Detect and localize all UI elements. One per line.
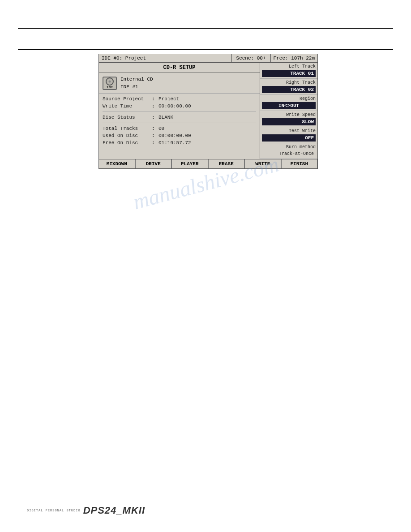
right-label-region: Region bbox=[262, 96, 316, 101]
top-bar: IDE #0: Project Scene: 00+ Free: 107h 22… bbox=[99, 54, 317, 63]
label-disc-status: Disc Status bbox=[103, 115, 152, 120]
btn-drive[interactable]: DRIVE bbox=[135, 159, 172, 168]
divider-1 bbox=[103, 112, 256, 112]
btn-finish[interactable]: FINISH bbox=[281, 159, 318, 168]
right-item-region[interactable]: Region IN<>OUT bbox=[260, 95, 317, 111]
panel-title: CD-R SETUP bbox=[99, 63, 260, 73]
value-source-project: Project bbox=[158, 96, 179, 102]
right-value-burn-method: Track-at-Once bbox=[262, 150, 316, 157]
header-middle: Scene: 00+ bbox=[232, 54, 271, 62]
right-label-burn-method: Burn method bbox=[262, 145, 316, 150]
header-left: IDE #0: Project bbox=[99, 54, 232, 62]
value-disc-status: BLANK bbox=[158, 115, 173, 120]
info-row-free-on-disc: Free On Disc : 01:19:57.72 bbox=[103, 139, 256, 146]
main-area: CD-R SETUP INT Internal CD IDE #1 Source… bbox=[99, 63, 317, 159]
divider-2 bbox=[103, 123, 256, 123]
right-item-write-speed[interactable]: Write Speed SLOW bbox=[260, 111, 317, 127]
info-row-write-time: Write Time : 00:00:00.00 bbox=[103, 103, 256, 110]
drive-id: IDE #1 bbox=[120, 83, 153, 91]
info-table: Source Project : Project Write Time : 00… bbox=[99, 94, 260, 148]
right-item-right-track[interactable]: Right Track TRACK 02 bbox=[260, 79, 317, 95]
info-row-disc-status: Disc Status : BLANK bbox=[103, 114, 256, 121]
cd-disc-shape bbox=[106, 77, 114, 86]
right-panel: Left Track TRACK 01 Right Track TRACK 02… bbox=[260, 63, 317, 159]
label-total-tracks: Total Tracks bbox=[103, 126, 152, 131]
right-label-write-speed: Write Speed bbox=[262, 112, 316, 117]
btn-mixdown[interactable]: MIXDOWN bbox=[99, 159, 135, 168]
right-value-test-write: OFF bbox=[262, 134, 316, 142]
btn-player[interactable]: PLAYER bbox=[171, 159, 208, 168]
btn-write[interactable]: WRITE bbox=[244, 159, 281, 168]
right-value-write-speed: SLOW bbox=[262, 118, 316, 125]
right-value-region: IN<>OUT bbox=[262, 102, 316, 109]
drive-info: Internal CD IDE #1 bbox=[120, 76, 153, 90]
right-label-test-write: Test Write bbox=[262, 129, 316, 133]
info-row-used-on-disc: Used On Disc : 00:00:00.00 bbox=[103, 132, 256, 139]
ui-container: IDE #0: Project Scene: 00+ Free: 107h 22… bbox=[98, 54, 318, 169]
info-row-total-tracks: Total Tracks : 00 bbox=[103, 125, 256, 132]
right-label-right-track: Right Track bbox=[262, 80, 316, 85]
right-value-left-track: TRACK 01 bbox=[262, 70, 316, 77]
value-used-on-disc: 00:00:00.00 bbox=[158, 133, 191, 138]
brand-logo-text: DPS24_MKII bbox=[83, 505, 145, 516]
brand-area: DIGITAL PERSONAL STUDIO DPS24_MKII bbox=[27, 505, 145, 516]
brand-small-text: DIGITAL PERSONAL STUDIO bbox=[27, 509, 81, 512]
header-right: Free: 107h 22m bbox=[271, 54, 317, 62]
right-item-left-track[interactable]: Left Track TRACK 01 bbox=[260, 63, 317, 79]
second-rule bbox=[18, 49, 393, 50]
bottom-toolbar: MIXDOWN DRIVE PLAYER ERASE WRITE FINISH bbox=[99, 159, 317, 168]
right-value-right-track: TRACK 02 bbox=[262, 86, 316, 93]
info-row-source-project: Source Project : Project bbox=[103, 95, 256, 103]
right-item-burn-method[interactable]: Burn method Track-at-Once bbox=[260, 143, 317, 159]
label-source-project: Source Project bbox=[103, 96, 152, 102]
value-free-on-disc: 01:19:57.72 bbox=[158, 140, 191, 146]
int-label: INT bbox=[107, 86, 113, 89]
value-total-tracks: 00 bbox=[158, 126, 164, 131]
drive-name: Internal CD bbox=[120, 76, 153, 83]
label-write-time: Write Time bbox=[103, 103, 152, 109]
top-rule bbox=[18, 28, 393, 29]
label-used-on-disc: Used On Disc bbox=[103, 133, 152, 138]
right-item-test-write[interactable]: Test Write OFF bbox=[260, 127, 317, 143]
cd-drive-row: INT Internal CD IDE #1 bbox=[99, 73, 260, 94]
left-panel: CD-R SETUP INT Internal CD IDE #1 Source… bbox=[99, 63, 260, 159]
brand-logo: DPS24_MKII bbox=[83, 505, 145, 516]
right-label-left-track: Left Track bbox=[262, 64, 316, 69]
btn-erase[interactable]: ERASE bbox=[208, 159, 245, 168]
cd-drive-icon: INT bbox=[103, 77, 117, 90]
value-write-time: 00:00:00.00 bbox=[158, 103, 191, 109]
label-free-on-disc: Free On Disc bbox=[103, 140, 152, 146]
